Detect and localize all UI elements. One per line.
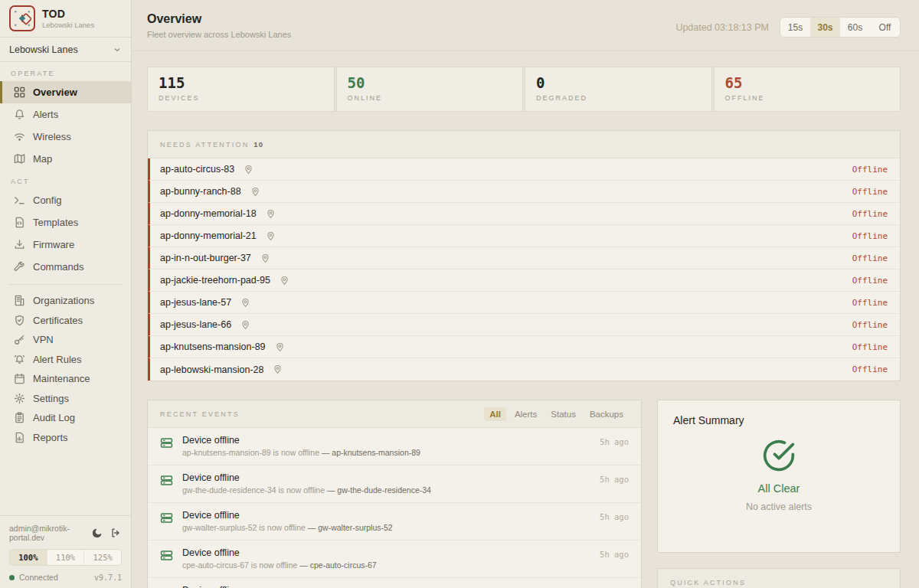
stat-label: DEVICES <box>159 94 323 102</box>
sidebar-item-maintenance[interactable]: Maintenance <box>0 369 131 389</box>
device-status: Offline <box>852 364 888 374</box>
event-title: Device offline <box>182 547 590 558</box>
last-updated: Updated 03:18:13 PM <box>675 22 769 33</box>
attention-row[interactable]: ap-donny-memorial-21 Offline <box>148 225 900 247</box>
zoom-option-110[interactable]: 110% <box>47 550 85 565</box>
attention-row[interactable]: ap-jesus-lane-57 Offline <box>148 292 900 314</box>
stat-label: ONLINE <box>348 94 512 102</box>
event-title: Device offline <box>182 510 590 521</box>
logout-button[interactable] <box>110 527 122 539</box>
location-pin-icon <box>275 342 285 352</box>
attention-row[interactable]: ap-auto-circus-83 Offline <box>148 158 900 181</box>
page-title: Overview <box>147 12 291 26</box>
section-label-operate: OPERATE <box>0 62 131 81</box>
device-status: Offline <box>852 209 888 219</box>
brand-name: TOD <box>42 8 94 20</box>
attention-row[interactable]: ap-bunny-ranch-88 Offline <box>148 181 900 203</box>
sidebar-item-audit-log[interactable]: Audit Log <box>0 408 131 428</box>
device-name: ap-in-n-out-burger-37 <box>160 253 251 263</box>
tab-alerts[interactable]: Alerts <box>509 407 542 421</box>
bottom-grid: RECENT EVENTS All Alerts Status Backups <box>147 381 901 588</box>
sidebar-item-overview[interactable]: Overview <box>0 81 131 103</box>
needs-attention-count: 10 <box>253 140 263 149</box>
stat-value: 0 <box>536 74 701 91</box>
attention-row[interactable]: ap-donny-memorial-18 Offline <box>148 203 900 225</box>
location-pin-icon <box>273 364 283 374</box>
event-device: — gw-walter-surplus-52 <box>308 523 393 532</box>
sidebar-item-settings[interactable]: Settings <box>0 389 131 409</box>
sidebar-footer: admin@mikrotik-portal.dev 100% 110% 125%… <box>0 515 131 588</box>
attention-row[interactable]: ap-jesus-lane-66 Offline <box>148 314 900 336</box>
recent-events-panel: RECENT EVENTS All Alerts Status Backups <box>147 400 642 588</box>
sidebar-item-config[interactable]: Config <box>0 189 131 211</box>
sidebar-item-map[interactable]: Map <box>0 148 131 170</box>
sidebar-item-reports[interactable]: Reports <box>0 428 131 448</box>
tab-status[interactable]: Status <box>545 407 581 421</box>
refresh-option-off[interactable]: Off <box>870 18 900 37</box>
sidebar-item-label: Map <box>33 153 52 165</box>
event-device: — ap-knutsens-mansion-89 <box>322 448 420 457</box>
sidebar-item-alert-rules[interactable]: Alert Rules <box>0 350 131 370</box>
event-row[interactable]: Device offline gw-the-dude-residence-34 … <box>148 466 641 503</box>
event-time: 5h ago <box>600 512 629 521</box>
bell-ring-icon <box>13 353 25 365</box>
wifi-icon <box>13 131 25 143</box>
building-icon <box>13 295 25 307</box>
sidebar-item-firmware[interactable]: Firmware <box>0 234 131 256</box>
map-icon <box>13 153 25 165</box>
grid-icon <box>13 87 25 99</box>
event-time: 5h ago <box>600 475 629 484</box>
moon-icon <box>92 528 103 538</box>
event-row[interactable]: Device offline ap-bunny-ranch-88 is now … <box>148 578 641 588</box>
needs-attention-panel: NEEDS ATTENTION 10 ap-auto-circus-83 Off… <box>147 130 901 381</box>
attention-row[interactable]: ap-lebowski-mansion-28 Offline <box>148 358 900 381</box>
stat-value: 65 <box>725 74 890 91</box>
event-time: 5h ago <box>600 437 629 446</box>
stat-card-devices: 115 DEVICES <box>147 67 335 112</box>
refresh-option-15s[interactable]: 15s <box>780 18 810 37</box>
check-circle-icon <box>762 439 796 475</box>
org-selector[interactable]: Lebowski Lanes <box>0 38 131 62</box>
refresh-option-30s[interactable]: 30s <box>810 18 840 37</box>
device-name: ap-bunny-ranch-88 <box>160 186 241 197</box>
sidebar-item-label: Wireless <box>33 131 71 142</box>
event-row[interactable]: Device offline ap-knutsens-mansion-89 is… <box>148 428 641 466</box>
refresh-option-60s[interactable]: 60s <box>840 18 870 37</box>
device-status: Offline <box>852 165 888 175</box>
sidebar-item-label: Maintenance <box>33 373 90 384</box>
brand: TOD Lebowski Lanes <box>0 0 131 38</box>
router-icon <box>160 549 173 562</box>
stat-value: 115 <box>159 74 323 91</box>
sidebar-item-label: VPN <box>33 334 54 345</box>
file-chart-icon <box>13 431 25 443</box>
tab-all[interactable]: All <box>484 407 506 421</box>
event-row[interactable]: Device offline cpe-auto-circus-67 is now… <box>148 541 641 578</box>
tab-backups[interactable]: Backups <box>584 407 629 421</box>
attention-row[interactable]: ap-jackie-treehorn-pad-95 Offline <box>148 270 900 292</box>
wrench-icon <box>13 261 25 273</box>
event-title: Device offline <box>182 585 590 588</box>
nav-divider <box>9 284 122 285</box>
sidebar-item-certificates[interactable]: Certificates <box>0 311 131 331</box>
sidebar-item-label: Config <box>33 194 62 206</box>
zoom-option-100[interactable]: 100% <box>10 550 47 565</box>
app-version: v9.7.1 <box>94 573 122 582</box>
dark-mode-toggle[interactable] <box>91 527 103 539</box>
zoom-option-125[interactable]: 125% <box>84 550 121 565</box>
event-row[interactable]: Device offline gw-walter-surplus-52 is n… <box>148 503 641 541</box>
event-text: cpe-auto-circus-67 is now offline <box>182 560 297 570</box>
sidebar-item-commands[interactable]: Commands <box>0 256 131 278</box>
event-list: Device offline ap-knutsens-mansion-89 is… <box>148 428 641 588</box>
file-code-icon <box>13 217 25 229</box>
sidebar-item-alerts[interactable]: Alerts <box>0 103 131 126</box>
attention-row[interactable]: ap-knutsens-mansion-89 Offline <box>148 336 900 358</box>
sidebar-item-templates[interactable]: Templates <box>0 211 131 234</box>
device-status: Offline <box>852 231 888 241</box>
key-icon <box>13 334 25 346</box>
location-pin-icon <box>266 209 276 219</box>
sidebar-item-organizations[interactable]: Organizations <box>0 291 131 311</box>
recent-events-title: RECENT EVENTS <box>160 410 240 418</box>
sidebar-item-wireless[interactable]: Wireless <box>0 126 131 148</box>
attention-row[interactable]: ap-in-n-out-burger-37 Offline <box>148 247 900 270</box>
sidebar-item-vpn[interactable]: VPN <box>0 330 131 350</box>
